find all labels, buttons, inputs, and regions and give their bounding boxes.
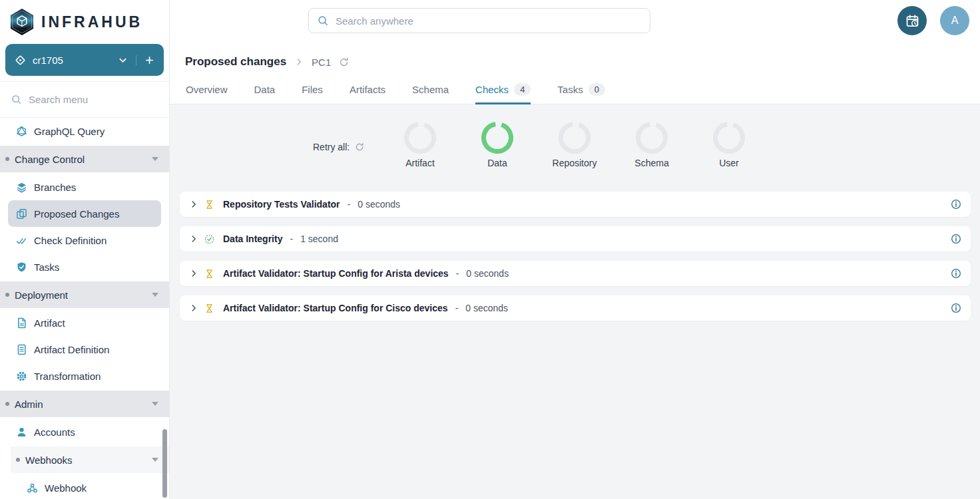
sidebar-item-branches[interactable]: Branches [0,174,169,200]
sidebar-item-label: Tasks [34,261,59,273]
validator-duration: 0 seconds [358,199,400,210]
tab-label: Files [302,84,323,95]
calendar-clock-icon [905,14,919,28]
app-window: INFRAHUB cr1705 GraphQL Query [0,0,980,499]
separator: - [456,268,459,279]
refresh-icon [355,142,364,152]
sidebar-item-graphql-query[interactable]: GraphQL Query [0,118,169,144]
user-avatar[interactable]: A [940,6,969,35]
menu-search-input[interactable] [29,94,142,105]
sidebar-item-label: Artifact Definition [34,344,109,355]
ring-schema[interactable]: Schema [613,122,690,168]
info-button[interactable] [951,199,961,210]
infrahub-logo-icon [9,8,35,36]
ring-user[interactable]: User [690,122,768,168]
menu-search[interactable] [0,82,169,117]
sidebar-group-label: Admin [15,399,152,410]
hourglass-icon [204,269,214,279]
file-icon [16,317,27,329]
validator-name: Artifact Validator: Startup Config for C… [223,303,448,313]
check-row-artifact-cisco[interactable]: Artifact Validator: Startup Config for C… [180,295,971,321]
bullet-icon [5,293,9,297]
expand-button[interactable] [189,269,198,278]
caret-down-icon [152,157,158,161]
sidebar-item-webhook[interactable]: Webhook [0,474,169,499]
retry-all-label: Retry all: [313,142,350,152]
sidebar-item-artifact-definition[interactable]: Artifact Definition [0,336,169,363]
bullet-icon [5,402,9,406]
validator-duration: 1 second [300,234,338,244]
tab-artifacts[interactable]: Artifacts [350,75,385,104]
bullet-icon [16,458,20,462]
sidebar-item-transformation[interactable]: Transformation [0,363,169,389]
sidebar-item-tasks[interactable]: Tasks [0,253,169,280]
retry-all-button[interactable] [355,142,364,152]
expand-button[interactable] [189,303,198,313]
check-row-artifact-arista[interactable]: Artifact Validator: Startup Config for A… [180,261,971,286]
ring-data[interactable]: Data [459,122,536,168]
sidebar-item-label: Accounts [34,426,75,438]
sidebar-item-proposed-changes[interactable]: Proposed Changes [8,200,161,227]
info-button[interactable] [951,268,961,279]
plus-icon [144,55,154,65]
app-logo[interactable]: INFRAHUB [0,0,169,43]
chevron-right-icon [189,234,198,244]
branch-selector[interactable]: cr1705 [5,44,164,76]
sidebar-group-webhooks[interactable]: Webhooks [11,446,169,473]
ring-label: Artifact [381,158,459,168]
sidebar-item-check-definition[interactable]: Check Definition [0,227,169,253]
tab-schema[interactable]: Schema [412,75,449,104]
global-search-input[interactable] [336,15,642,27]
branch-dropdown-toggle[interactable] [118,55,136,65]
sidebar-item-accounts[interactable]: Accounts [0,418,169,445]
info-icon [951,268,961,279]
expand-button[interactable] [189,200,198,209]
tab-label: Overview [186,84,228,95]
sidebar-group-label: Change Control [15,154,152,165]
check-circle-icon [204,234,214,244]
ring-label: Data [459,158,536,168]
bullet-icon [5,157,9,161]
tab-data[interactable]: Data [254,75,276,104]
sidebar-item-artifact[interactable]: Artifact [0,309,169,336]
sidebar-item-label: Check Definition [34,235,107,246]
check-row-data-integrity[interactable]: Data Integrity - 1 second [180,226,971,251]
tab-tasks[interactable]: Tasks 0 [557,75,605,104]
sidebar-group-label: Deployment [15,289,152,301]
breadcrumb-title[interactable]: Proposed changes [185,55,286,69]
tab-files[interactable]: Files [302,75,323,104]
tab-checks[interactable]: Checks 4 [475,75,531,104]
topbar: A [170,0,980,41]
sidebar-group-admin[interactable]: Admin [0,391,169,417]
caret-down-icon [152,293,158,297]
tab-overview[interactable]: Overview [186,75,228,104]
ring-repository[interactable]: Repository [536,122,613,168]
gear-icon [16,371,27,382]
check-row-repository-tests[interactable]: Repository Tests Validator - 0 seconds [180,192,971,217]
ring-artifact[interactable]: Artifact [381,122,459,168]
ring-label: Schema [613,158,690,168]
tab-badge: 0 [589,83,605,96]
create-branch-button[interactable] [136,55,154,65]
sidebar-group-change-control[interactable]: Change Control [0,146,169,172]
breadcrumb: Proposed changes PC1 [185,55,349,69]
schedule-button[interactable] [897,6,927,35]
app-wordmark: INFRAHUB [41,13,142,31]
hourglass-icon [204,200,214,210]
expand-button[interactable] [189,234,198,244]
info-button[interactable] [951,234,961,244]
sidebar-item-label: Artifact [34,317,65,329]
sidebar-scrollbar-thumb[interactable] [162,429,167,498]
branch-name: cr1705 [33,55,118,66]
global-search[interactable] [308,8,650,33]
caret-down-icon [152,402,158,406]
sidebar-group-deployment[interactable]: Deployment [0,281,169,308]
info-icon [951,199,961,210]
ring-label: Repository [536,158,613,168]
info-button[interactable] [951,303,961,313]
checks-panel: Retry all: Artifact Data Repository Sche… [170,104,980,499]
refresh-button[interactable] [339,57,349,67]
sidebar-item-label: Webhook [45,482,87,494]
sidebar-item-label: Transformation [34,371,101,382]
chevron-right-icon [189,303,198,313]
